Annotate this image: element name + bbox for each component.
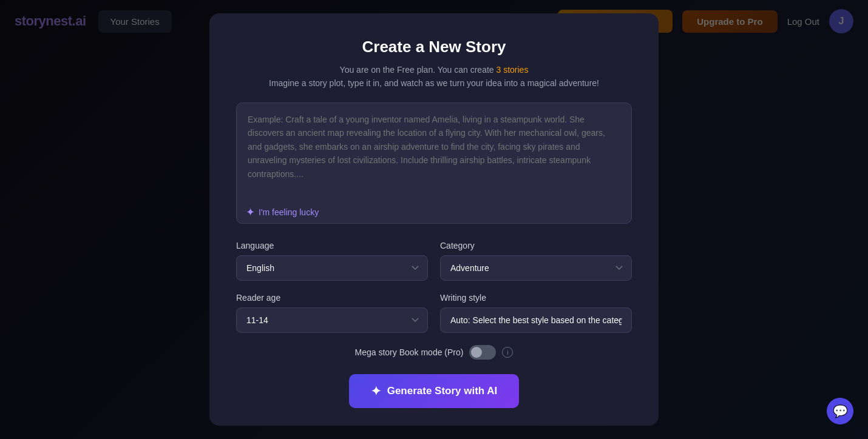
mega-story-row: Mega story Book mode (Pro) i bbox=[236, 345, 632, 360]
chat-bubble-button[interactable]: 💬 bbox=[827, 398, 853, 424]
writing-style-group: Writing style Auto: Select the best styl… bbox=[440, 293, 632, 333]
age-writing-row: Reader age 5-7 8-10 11-14 15-17 18+ Writ… bbox=[236, 293, 632, 333]
chat-icon: 💬 bbox=[833, 404, 848, 418]
modal-title: Create a New Story bbox=[236, 38, 632, 56]
language-label: Language bbox=[236, 241, 428, 250]
reader-age-label: Reader age bbox=[236, 293, 428, 303]
reader-age-select[interactable]: 5-7 8-10 11-14 15-17 18+ bbox=[236, 307, 428, 333]
modal-description: Imagine a story plot, type it in, and wa… bbox=[236, 78, 632, 88]
language-group: Language English Spanish French German I… bbox=[236, 241, 428, 281]
mega-story-label: Mega story Book mode (Pro) bbox=[355, 347, 464, 357]
generate-sparkle-icon: ✦ bbox=[371, 384, 381, 398]
language-category-row: Language English Spanish French German I… bbox=[236, 241, 632, 281]
subtitle-highlight: 3 stories bbox=[496, 65, 528, 75]
generate-button-label: Generate Story with AI bbox=[387, 385, 498, 397]
modal-overlay: Create a New Story You are on the Free p… bbox=[0, 0, 868, 439]
writing-style-label: Writing style bbox=[440, 293, 632, 303]
reader-age-group: Reader age 5-7 8-10 11-14 15-17 18+ bbox=[236, 293, 428, 333]
mega-story-info-icon[interactable]: i bbox=[502, 347, 513, 358]
category-select[interactable]: Adventure Fantasy Mystery Romance Sci-Fi… bbox=[440, 255, 632, 281]
writing-style-select[interactable]: Auto: Select the best style based on the… bbox=[440, 307, 632, 333]
sparkle-icon: ✦ bbox=[246, 206, 255, 219]
create-story-modal: Create a New Story You are on the Free p… bbox=[209, 13, 659, 426]
story-prompt-wrapper: ✦ I'm feeling lucky bbox=[236, 102, 632, 226]
feeling-lucky-button[interactable]: ✦ I'm feeling lucky bbox=[246, 206, 319, 219]
modal-subtitle: You are on the Free plan. You can create… bbox=[236, 65, 632, 75]
subtitle-prefix: You are on the Free plan. You can create bbox=[340, 65, 497, 75]
feeling-lucky-label: I'm feeling lucky bbox=[259, 207, 319, 217]
mega-story-toggle[interactable] bbox=[469, 345, 496, 360]
category-label: Category bbox=[440, 241, 632, 250]
category-group: Category Adventure Fantasy Mystery Roman… bbox=[440, 241, 632, 281]
generate-story-button[interactable]: ✦ Generate Story with AI bbox=[349, 374, 519, 408]
language-select[interactable]: English Spanish French German Italian Po… bbox=[236, 255, 428, 281]
